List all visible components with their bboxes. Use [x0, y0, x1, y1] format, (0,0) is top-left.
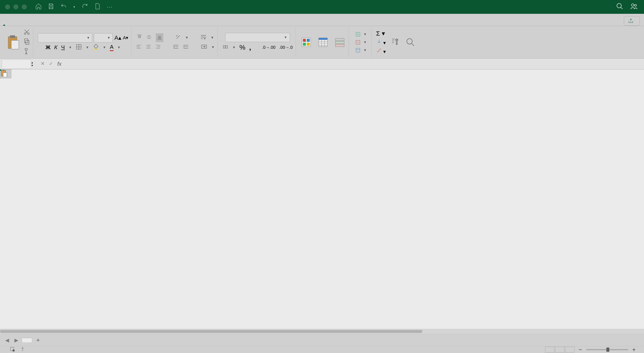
svg-rect-8 — [26, 40, 29, 44]
name-box[interactable] — [2, 60, 31, 69]
tab-developer[interactable] — [68, 22, 70, 26]
save-icon[interactable] — [48, 3, 54, 11]
decrease-decimal-icon[interactable]: .00→.0 — [279, 45, 292, 50]
delete-cells-button[interactable]: ▼ — [353, 39, 368, 46]
home-icon[interactable] — [35, 3, 42, 11]
svg-point-34 — [22, 347, 23, 348]
more-icon[interactable]: ⋯ — [107, 4, 112, 11]
sheet-next-icon[interactable]: ▶ — [12, 336, 20, 344]
search-icon[interactable] — [616, 3, 624, 11]
formula-input[interactable] — [65, 60, 644, 69]
sort-filter-button[interactable] — [390, 37, 401, 48]
increase-font-icon[interactable]: A▴ — [114, 34, 121, 41]
font-color-button[interactable]: А — [110, 44, 113, 51]
align-left-icon[interactable] — [136, 44, 142, 51]
tab-formulas[interactable] — [31, 22, 32, 26]
align-middle-icon[interactable] — [146, 34, 152, 41]
undo-dropdown[interactable]: ▼ — [73, 5, 76, 9]
page-layout-view-button[interactable] — [555, 347, 564, 352]
redo-icon[interactable] — [82, 3, 88, 11]
wrap-text-icon[interactable] — [200, 34, 207, 42]
sheet-tab[interactable] — [22, 338, 32, 342]
close-window[interactable] — [5, 5, 10, 10]
page-break-view-button[interactable] — [565, 347, 574, 352]
minimize-window[interactable] — [14, 5, 18, 10]
add-sheet-button[interactable]: + — [34, 336, 42, 344]
tab-insert[interactable] — [12, 22, 14, 26]
tab-home[interactable] — [3, 21, 5, 26]
svg-rect-22 — [336, 38, 344, 41]
align-right-icon[interactable] — [155, 44, 161, 51]
ribbon: ▼ ▼ A▴ A▾ Ж К Ч▼ ▼ ▼ А▼ ▼ ▼ — [0, 26, 644, 59]
horizontal-scrollbar[interactable] — [0, 329, 644, 334]
svg-point-2 — [634, 5, 636, 6]
format-cells-button[interactable]: ▼ — [353, 47, 368, 54]
align-center-icon[interactable] — [146, 44, 152, 51]
underline-button[interactable]: Ч — [61, 44, 65, 51]
status-bar: − + — [0, 346, 644, 353]
find-select-button[interactable] — [405, 37, 416, 48]
italic-button[interactable]: К — [54, 44, 57, 51]
format-painter-icon[interactable] — [24, 48, 30, 56]
orientation-icon[interactable] — [175, 34, 181, 42]
cell-styles-button[interactable] — [334, 37, 346, 48]
borders-button[interactable] — [76, 44, 82, 51]
tab-review[interactable] — [49, 22, 51, 26]
fx-icon[interactable]: fx — [57, 61, 62, 67]
font-name-select[interactable]: ▼ — [38, 33, 92, 43]
maximize-window[interactable] — [22, 5, 27, 10]
file-icon[interactable] — [94, 3, 101, 11]
alignment-group: ▼ ▼ ▼ — [133, 27, 218, 57]
increase-decimal-icon[interactable]: .0→.00 — [262, 45, 275, 50]
autosum-icon[interactable]: Σ ▾ — [376, 30, 386, 37]
cut-icon[interactable] — [24, 29, 30, 37]
confirm-formula-icon[interactable]: ✓ — [49, 61, 53, 67]
bold-button[interactable]: Ж — [46, 44, 50, 51]
font-size-select[interactable]: ▼ — [94, 33, 113, 43]
percent-icon[interactable]: % — [240, 44, 245, 51]
normal-view-button[interactable] — [545, 347, 554, 352]
sheet-prev-icon[interactable]: ◀ — [3, 336, 11, 344]
number-group: ▼ ▼ % , .0→.00 .00→.0 — [219, 27, 296, 57]
formula-bar: ▲▼ ✕ ✓ fx — [0, 59, 644, 70]
currency-icon[interactable] — [222, 44, 228, 51]
svg-point-1 — [632, 4, 634, 6]
svg-rect-30 — [2, 70, 4, 71]
hscroll-thumb[interactable] — [0, 330, 422, 333]
accessibility-icon[interactable] — [20, 346, 25, 353]
align-bottom-icon[interactable] — [156, 33, 163, 42]
insert-cells-button[interactable]: ▼ — [353, 31, 368, 38]
paste-icon[interactable] — [5, 35, 20, 50]
increase-indent-icon[interactable] — [183, 44, 189, 51]
cancel-formula-icon[interactable]: ✕ — [40, 61, 45, 67]
undo-icon[interactable] — [60, 3, 67, 11]
svg-rect-23 — [336, 41, 344, 44]
macro-record-icon[interactable] — [9, 346, 15, 353]
zoom-slider[interactable] — [586, 349, 628, 350]
name-box-arrows[interactable]: ▲▼ — [31, 61, 37, 67]
zoom-out-button[interactable]: − — [578, 346, 582, 353]
ribbon-tabs — [0, 14, 644, 26]
align-top-icon[interactable] — [136, 34, 142, 41]
fill-icon[interactable]: ▾ — [376, 39, 386, 46]
clear-icon[interactable]: ▾ — [376, 48, 386, 55]
share-button[interactable] — [624, 16, 640, 26]
decrease-indent-icon[interactable] — [173, 44, 179, 51]
merge-cells-icon[interactable] — [201, 43, 208, 51]
copy-icon[interactable] — [24, 38, 30, 46]
spreadsheet-grid[interactable] — [0, 70, 644, 329]
tab-page-layout[interactable] — [22, 22, 24, 26]
decrease-font-icon[interactable]: A▾ — [123, 35, 128, 41]
paste-hint-icon[interactable] — [0, 70, 8, 77]
traffic-lights — [0, 5, 27, 10]
format-as-table-button[interactable] — [317, 37, 329, 48]
zoom-in-button[interactable]: + — [632, 346, 636, 353]
fill-color-button[interactable] — [93, 44, 99, 51]
comma-icon[interactable]: , — [249, 43, 251, 52]
tab-view[interactable] — [58, 22, 60, 26]
number-format-select[interactable]: ▼ — [225, 33, 290, 42]
tab-data[interactable] — [40, 22, 42, 26]
conditional-format-button[interactable] — [300, 37, 312, 48]
share-icon — [628, 18, 634, 24]
share-people-icon[interactable] — [630, 3, 638, 11]
